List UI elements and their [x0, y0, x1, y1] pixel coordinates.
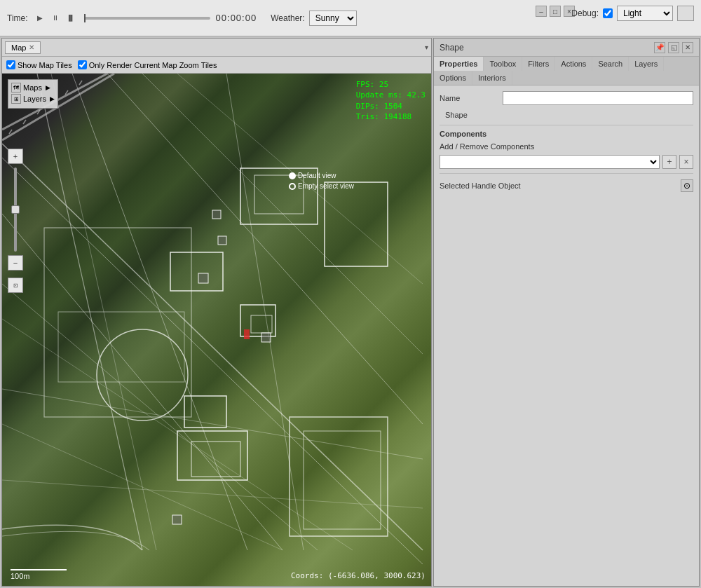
main-content: Map ✕ ▾ Show Map Tiles Only Render Curre…: [0, 36, 701, 588]
zoom-slider[interactable]: [14, 167, 17, 252]
show-tiles-checkbox[interactable]: [6, 60, 15, 69]
component-row: + ×: [440, 155, 693, 169]
divider-2: [440, 173, 693, 174]
selected-handle-label: Selected Handle Object: [440, 182, 521, 190]
shape-content: Name Shape Components Add / Remove Compo…: [434, 86, 699, 586]
tab-filters[interactable]: Filters: [522, 57, 555, 71]
time-label: Time:: [7, 13, 28, 23]
panel-pin-button[interactable]: 📌: [654, 42, 665, 53]
maps-label: Maps: [23, 83, 42, 92]
layers-arrow[interactable]: ▶: [50, 95, 55, 102]
maps-arrow[interactable]: ▶: [46, 84, 50, 91]
map-background: [2, 74, 431, 586]
shape-tabs: Properties Toolbox Filters Actions Searc…: [434, 57, 699, 86]
minimize-button[interactable]: –: [536, 6, 547, 17]
show-tiles-label[interactable]: Show Map Tiles: [6, 60, 72, 69]
stop-button[interactable]: ▐▌: [65, 13, 76, 24]
tab-actions[interactable]: Actions: [555, 57, 592, 71]
only-render-checkbox[interactable]: [78, 60, 87, 69]
tab-search[interactable]: Search: [592, 57, 629, 71]
layers-layer-row[interactable]: ⊞ Layers ▶: [11, 94, 55, 104]
tab-properties[interactable]: Properties: [434, 57, 484, 71]
shape-panel: Shape 📌 ◱ ✕ Properties Toolbox Filters A…: [433, 38, 700, 587]
remove-component-button[interactable]: ×: [679, 155, 693, 169]
name-input[interactable]: [503, 91, 693, 105]
shape-panel-title: Shape: [440, 43, 464, 53]
shape-indent: Shape: [440, 111, 503, 119]
debug-checkbox[interactable]: [603, 8, 613, 18]
time-value: 00:00:00: [216, 13, 257, 23]
time-slider[interactable]: [84, 17, 210, 20]
selected-handle-row: Selected Handle Object ⊙: [440, 179, 693, 192]
weather-group: Weather: Sunny Cloudy Rain Snow: [271, 11, 356, 26]
panel-controls: 📌 ◱ ✕: [654, 42, 693, 53]
map-layers-panel: 🗺 Maps ▶ ⊞ Layers ▶: [8, 79, 58, 109]
divider-1: [440, 125, 693, 125]
window-controls: – □ ×: [536, 6, 575, 17]
debug-label: Debug:: [571, 8, 599, 18]
map-tab-bar: Map ✕ ▾: [2, 39, 431, 57]
layers-icon: ⊞: [11, 94, 21, 104]
top-toolbar: Time: ▶ ⏸ ▐▌ 00:00:00 Weather: Sunny Clo…: [0, 0, 701, 36]
debug-bar: Debug: Light Dark None: [571, 6, 694, 21]
tab-layers[interactable]: Layers: [629, 57, 664, 71]
weather-select[interactable]: Sunny Cloudy Rain Snow: [309, 11, 357, 26]
map-panel: Map ✕ ▾ Show Map Tiles Only Render Curre…: [1, 38, 432, 587]
map-tab-arrow[interactable]: ▾: [425, 43, 428, 51]
maps-layer-row[interactable]: 🗺 Maps ▶: [11, 83, 55, 93]
shape-value-row: Shape: [440, 111, 693, 119]
zoom-controls: + − ⊡: [8, 112, 23, 293]
zoom-thumb[interactable]: [11, 205, 20, 214]
step-button[interactable]: ⏸: [50, 13, 61, 24]
play-button[interactable]: ▶: [34, 13, 46, 24]
components-header: Components: [440, 130, 693, 138]
debug-extra-btn[interactable]: [677, 6, 694, 21]
coords-bar: Coords: (-6636.086, 3000.623): [291, 571, 426, 580]
handle-icon-button[interactable]: ⊙: [681, 179, 693, 192]
tab-options[interactable]: Options: [434, 71, 472, 85]
zoom-fit-button[interactable]: ⊡: [8, 278, 23, 293]
maximize-button[interactable]: □: [550, 6, 561, 17]
map-viewport[interactable]: 🗺 Maps ▶ ⊞ Layers ▶ + − ⊡: [2, 74, 431, 586]
add-remove-label: Add / Remove Components: [440, 142, 693, 151]
panel-float-button[interactable]: ◱: [668, 42, 679, 53]
light-select[interactable]: Light Dark None: [617, 6, 673, 21]
name-field-label: Name: [440, 94, 503, 102]
tab-toolbox[interactable]: Toolbox: [484, 57, 522, 71]
map-options-bar: Show Map Tiles Only Render Current Map Z…: [2, 57, 431, 74]
weather-label: Weather:: [271, 13, 304, 23]
layers-label: Layers: [23, 95, 46, 103]
tab-interiors[interactable]: Interiors: [472, 71, 512, 85]
name-field-row: Name: [440, 91, 693, 105]
time-group: Time: ▶ ⏸ ▐▌ 00:00:00: [7, 13, 257, 24]
shape-panel-header: Shape 📌 ◱ ✕: [434, 39, 699, 57]
coords-text: Coords: (-6636.086, 3000.623): [291, 571, 426, 580]
map-tab-close[interactable]: ✕: [29, 43, 34, 51]
only-render-label[interactable]: Only Render Current Map Zoom Tiles: [78, 60, 217, 69]
add-component-button[interactable]: +: [662, 155, 676, 169]
component-select[interactable]: [440, 155, 660, 169]
zoom-out-button[interactable]: −: [8, 255, 23, 271]
zoom-in-button[interactable]: +: [8, 149, 23, 164]
maps-icon: 🗺: [11, 83, 21, 93]
map-tab[interactable]: Map ✕: [5, 41, 41, 54]
panel-close-button[interactable]: ✕: [682, 42, 693, 53]
